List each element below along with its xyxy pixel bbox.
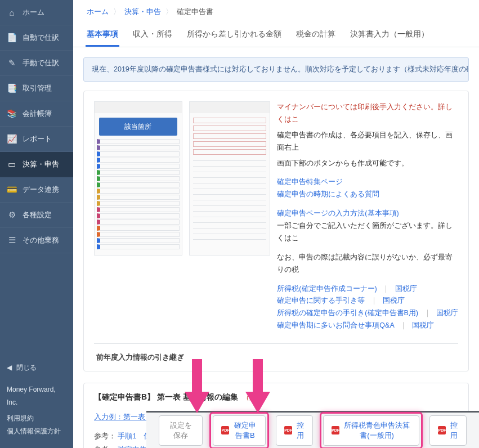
gear-icon: ⚙ (7, 210, 17, 220)
sidebar: ⌂ ホーム 📄 自動で仕訳 ✎ 手動で仕訳 📑 取引管理 📚 会計帳簿 📈 (0, 0, 73, 448)
crumb-home[interactable]: ホーム 〉 (81, 5, 119, 19)
pdf-label: 控用 (296, 420, 305, 441)
check-note: なお、申告の際は記載内容に誤りがないか、必ず最寄りの税 (277, 252, 458, 276)
sidebar-item-label: 取引管理 (23, 83, 66, 93)
pdf-aoiro-copy-button[interactable]: PDF 控用 (429, 415, 467, 446)
sidebar-item-label: ホーム (23, 7, 66, 17)
sidebar-item-label: 各種設定 (23, 210, 66, 220)
company-label: Money Forward, Inc. (7, 383, 66, 409)
sidebar-item-ledger[interactable]: 📚 会計帳簿 (0, 101, 73, 127)
content-scroll[interactable]: 該当箇所 (73, 86, 479, 448)
sidebar-item-other[interactable]: ☰ その他業務 (0, 228, 73, 253)
main-area: ホーム 〉 決算・申告 〉 確定申告書 基本事項 収入・所得 所得から差し引かれ… (73, 0, 479, 448)
ledger-icon: 📚 (7, 109, 17, 119)
form-preview-1[interactable]: 該当箇所 (94, 101, 182, 256)
tos-link[interactable]: 利用規約 (7, 412, 66, 425)
link-timing-faq[interactable]: 確定申告の時期によくある質問 (277, 190, 379, 198)
link-nta[interactable]: 国税庁 (383, 297, 405, 304)
link-nta[interactable]: 国税庁 (395, 285, 417, 293)
tab-tax-calc[interactable]: 税金の計算 (295, 24, 337, 47)
pdf-label: 所得税青色申告決算書(一般用) (343, 420, 411, 441)
tab-deductions[interactable]: 所得から差し引かれる金額 (186, 24, 283, 47)
bottom-toolbar: 設定を保存 PDF 確定申告書B PDF 控用 PDF 所得税青色申告決算書(一… (146, 412, 479, 448)
link-guide[interactable]: 確定申告に関する手引き等 (277, 297, 365, 304)
sidebar-close-label: 閉じる (16, 361, 37, 374)
overview-text: マイナンバーについては印刷後手入力ください。詳しくはこ 確定申告書の作成は、各必… (277, 101, 458, 332)
section-title-text: 【確定申告書B】 第一表 基本情報の編集 (94, 392, 238, 401)
sidebar-item-label: 手動で仕訳 (23, 58, 66, 68)
tab-income[interactable]: 収入・所得 (132, 24, 173, 47)
sidebar-item-label: レポート (23, 134, 66, 144)
pdf-label: 確定申告書B (232, 420, 257, 441)
overview-card: 該当箇所 (83, 91, 469, 371)
pdf-icon: PDF (332, 426, 339, 434)
pdf-kakutei-b-copy-button[interactable]: PDF 控用 (276, 415, 313, 446)
tab-basic[interactable]: 基本事項 (86, 24, 119, 47)
pdf-icon: PDF (438, 426, 446, 434)
highlight-pdf-b: PDF 確定申告書B (209, 412, 269, 449)
sidebar-item-transactions[interactable]: 📑 取引管理 (0, 76, 73, 101)
sidebar-item-data-link[interactable]: 💳 データ連携 (0, 177, 73, 203)
pdf-aoiro-button[interactable]: PDF 所得税青色申告決算書(一般用) (323, 415, 419, 446)
sidebar-close-button[interactable]: ◀ 閉じる (7, 357, 66, 380)
link-nta[interactable]: 国税庁 (436, 309, 458, 317)
mynumber-warning: マイナンバーについては印刷後手入力ください。詳しくはこ (277, 103, 453, 123)
report-icon: 📈 (7, 134, 17, 144)
sidebar-nav: ⌂ ホーム 📄 自動で仕訳 ✎ 手動で仕訳 📑 取引管理 📚 会計帳簿 📈 (0, 0, 73, 351)
home-icon: ⌂ (7, 7, 17, 17)
link-guide-b[interactable]: 所得税の確定申告の手引き(確定申告書B用) (277, 309, 418, 317)
sidebar-item-settlement[interactable]: ▭ 決算・申告 (0, 152, 73, 177)
crumb-settlement[interactable]: 決算・申告 〉 (119, 5, 171, 19)
breadcrumb: ホーム 〉 決算・申告 〉 確定申告書 (73, 0, 479, 24)
sidebar-item-label: 自動で仕訳 (23, 33, 66, 43)
pdf-icon: PDF (284, 426, 292, 434)
overview-desc-1: 確定申告書の作成は、各必要項目を記入、保存し、画面右上 (277, 129, 458, 154)
link-nta-corner[interactable]: 所得税(確定申告作成コーナー) (277, 285, 377, 293)
carry-over-row[interactable]: 前年度入力情報の引き継ぎ (94, 343, 458, 371)
auto-journal-icon: 📄 (7, 33, 17, 43)
data-link-icon: 💳 (7, 185, 17, 195)
tab-statements[interactable]: 決算書入力（一般用） (349, 24, 430, 47)
section-title: 【確定申告書B】 第一表 基本情報の編集 （必須） (94, 392, 458, 402)
crumb-label: 確定申告書 (177, 7, 213, 16)
sidebar-item-auto-journal[interactable]: 📄 自動で仕訳 (0, 25, 73, 51)
crumb-current: 確定申告書 (171, 5, 223, 19)
settlement-icon: ▭ (7, 159, 17, 169)
sidebar-item-label: データ連携 (23, 185, 66, 195)
sidebar-item-label: その他業務 (23, 235, 66, 245)
ref-label: 参考： (94, 446, 116, 448)
required-badge: （必須） (243, 393, 270, 401)
ref-label: 参考： (94, 432, 116, 440)
link-faq[interactable]: 確定申告期に多いお問合せ事項Q&A (277, 321, 394, 329)
save-settings-button[interactable]: 設定を保存 (159, 415, 203, 446)
form-preview-2[interactable] (189, 101, 271, 256)
overview-desc-2: 画面下部のボタンからも作成可能です。 (277, 158, 458, 170)
highlight-pdf-aoiro: PDF 所得税青色申告決算書(一般用) (320, 412, 423, 449)
link-nta[interactable]: 国税庁 (412, 321, 434, 329)
sidebar-item-label: 会計帳簿 (23, 109, 66, 119)
sidebar-item-report[interactable]: 📈 レポート (0, 127, 73, 152)
sidebar-item-home[interactable]: ⌂ ホーム (0, 0, 73, 25)
save-label: 設定を保存 (167, 420, 194, 441)
chevron-left-icon: ◀ (7, 361, 12, 374)
pdf-icon: PDF (221, 426, 229, 434)
link-input-method[interactable]: 確定申告ページの入力方法(基本事項) (277, 209, 399, 217)
tabs: 基本事項 収入・所得 所得から差し引かれる金額 税金の計算 決算書入力（一般用） (73, 24, 479, 47)
transactions-icon: 📑 (7, 83, 17, 93)
crumb-label: 決算・申告 (124, 7, 161, 16)
sidebar-footer: ◀ 閉じる Money Forward, Inc. 利用規約 個人情報保護方針 (0, 351, 73, 448)
pdf-kakutei-b-button[interactable]: PDF 確定申告書B (213, 415, 266, 446)
input-note: 一部ご自分でご記入いただく箇所がございます。詳しくはこ (277, 222, 453, 242)
pdf-label: 控用 (449, 420, 458, 441)
notice-banner: 現在、2019年度以降の確定申告書様式には対応しておりません。順次対応を予定して… (83, 57, 469, 82)
crumb-label: ホーム (87, 7, 109, 16)
manual-journal-icon: ✎ (7, 58, 17, 68)
list-icon: ☰ (7, 235, 17, 245)
link-special-page[interactable]: 確定申告特集ページ (277, 178, 343, 186)
preview-highlight-label: 該当箇所 (99, 118, 177, 136)
sidebar-item-label: 決算・申告 (23, 159, 66, 169)
sidebar-item-settings[interactable]: ⚙ 各種設定 (0, 203, 73, 228)
sidebar-item-manual-journal[interactable]: ✎ 手動で仕訳 (0, 51, 73, 76)
privacy-link[interactable]: 個人情報保護方針 (7, 425, 66, 438)
